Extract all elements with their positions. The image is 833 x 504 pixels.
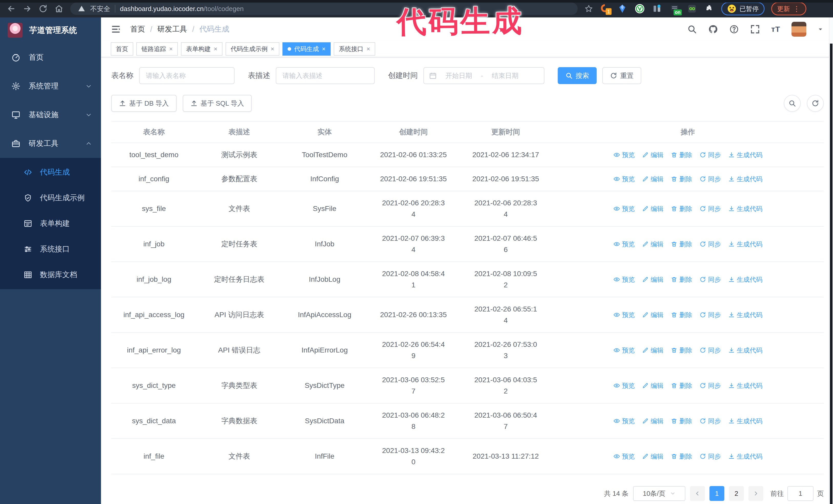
sql-import-button[interactable]: 基于 SQL 导入 (183, 95, 252, 112)
tab-0[interactable]: 首页 (111, 42, 133, 56)
action-sync-link[interactable]: 同步 (699, 238, 721, 250)
browser-update-button[interactable]: 更新 ⋮ (771, 2, 806, 16)
action-download-link[interactable]: 生成代码 (728, 415, 763, 427)
action-edit-link[interactable]: 编辑 (642, 415, 664, 427)
action-eye-link[interactable]: 预览 (613, 380, 635, 391)
hamburger-icon[interactable] (111, 24, 121, 34)
extension-sliders-icon[interactable] (652, 4, 662, 14)
goto-page-input[interactable] (787, 486, 813, 501)
action-download-link[interactable]: 生成代码 (728, 203, 763, 214)
page-button-1[interactable]: 1 (710, 486, 724, 501)
tab-5[interactable]: 系统接口× (334, 42, 375, 56)
sidebar-subitem-0[interactable]: 代码生成 (0, 160, 101, 185)
action-download-link[interactable]: 生成代码 (728, 344, 763, 356)
browser-back-icon[interactable] (7, 4, 16, 13)
sidebar-subitem-2[interactable]: 表单构建 (0, 211, 101, 236)
table-name-input[interactable] (139, 67, 235, 84)
page-size-select[interactable]: 10条/页 (633, 486, 685, 501)
extension-tampermonkey-icon[interactable] (687, 4, 697, 14)
action-download-link[interactable]: 生成代码 (728, 309, 763, 320)
extension-proxy-on-icon[interactable]: on (669, 4, 680, 14)
prev-page-button[interactable] (690, 486, 705, 501)
action-edit-link[interactable]: 编辑 (642, 203, 664, 214)
extension-orange-icon[interactable]: 1 (600, 4, 610, 14)
db-import-button[interactable]: 基于 DB 导入 (111, 95, 176, 112)
toggle-search-button[interactable] (784, 95, 801, 112)
search-button[interactable]: 搜索 (558, 67, 597, 84)
sidebar-item-1[interactable]: 系统管理 (0, 72, 101, 100)
action-sync-link[interactable]: 同步 (699, 309, 721, 320)
extension-gem-icon[interactable] (617, 4, 627, 14)
action-eye-link[interactable]: 预览 (613, 238, 635, 250)
action-delete-link[interactable]: 删除 (671, 274, 692, 285)
sidebar-subitem-1[interactable]: 代码生成示例 (0, 185, 101, 211)
action-sync-link[interactable]: 同步 (699, 344, 721, 356)
avatar-caret-down-icon[interactable] (818, 26, 823, 32)
action-edit-link[interactable]: 编辑 (642, 149, 664, 161)
tab-close-icon[interactable]: × (271, 46, 274, 52)
action-eye-link[interactable]: 预览 (613, 451, 635, 462)
bookmark-star-icon[interactable] (585, 4, 593, 13)
tab-close-icon[interactable]: × (322, 46, 326, 52)
action-eye-link[interactable]: 预览 (613, 415, 635, 427)
action-download-link[interactable]: 生成代码 (728, 238, 763, 250)
refresh-table-button[interactable] (807, 95, 824, 112)
table-desc-input[interactable] (276, 67, 375, 84)
tab-close-icon[interactable]: × (366, 46, 370, 52)
tab-close-icon[interactable]: × (214, 46, 217, 52)
action-edit-link[interactable]: 编辑 (642, 309, 664, 320)
tab-3[interactable]: 代码生成示例× (225, 42, 279, 56)
app-logo[interactable]: 芋道管理系统 (0, 18, 101, 43)
action-edit-link[interactable]: 编辑 (642, 173, 664, 185)
action-edit-link[interactable]: 编辑 (642, 274, 664, 285)
action-download-link[interactable]: 生成代码 (728, 149, 763, 161)
extensions-puzzle-icon[interactable] (704, 4, 715, 14)
action-sync-link[interactable]: 同步 (699, 203, 721, 214)
action-eye-link[interactable]: 预览 (613, 274, 635, 285)
action-download-link[interactable]: 生成代码 (728, 173, 763, 185)
action-delete-link[interactable]: 删除 (671, 451, 692, 462)
action-sync-link[interactable]: 同步 (699, 451, 721, 462)
page-button-2[interactable]: 2 (729, 486, 744, 501)
action-edit-link[interactable]: 编辑 (642, 451, 664, 462)
font-size-icon[interactable]: ᴛT (771, 25, 780, 33)
breadcrumb-home[interactable]: 首页 (130, 24, 145, 34)
github-icon[interactable] (708, 24, 718, 34)
update-menu-dots-icon[interactable]: ⋮ (793, 5, 801, 13)
action-edit-link[interactable]: 编辑 (642, 380, 664, 391)
action-eye-link[interactable]: 预览 (613, 309, 635, 320)
action-delete-link[interactable]: 删除 (671, 344, 692, 356)
action-sync-link[interactable]: 同步 (699, 274, 721, 285)
action-download-link[interactable]: 生成代码 (728, 274, 763, 285)
extension-v-green-icon[interactable] (635, 4, 645, 14)
action-download-link[interactable]: 生成代码 (728, 451, 763, 462)
tab-4[interactable]: 代码生成× (282, 42, 331, 56)
sidebar-subitem-4[interactable]: 数据库文档 (0, 262, 101, 288)
browser-forward-icon[interactable] (23, 4, 32, 13)
sidebar-item-0[interactable]: 首页 (0, 43, 101, 72)
action-delete-link[interactable]: 删除 (671, 173, 692, 185)
action-delete-link[interactable]: 删除 (671, 203, 692, 214)
action-delete-link[interactable]: 删除 (671, 380, 692, 391)
action-delete-link[interactable]: 删除 (671, 309, 692, 320)
page-scrollbar-thumb[interactable] (830, 44, 832, 504)
action-delete-link[interactable]: 删除 (671, 238, 692, 250)
tab-close-icon[interactable]: × (169, 46, 173, 52)
reset-button[interactable]: 重置 (602, 67, 641, 84)
sidebar-item-2[interactable]: 基础设施 (0, 100, 101, 129)
action-delete-link[interactable]: 删除 (671, 149, 692, 161)
date-range-picker[interactable]: - (423, 67, 544, 84)
sidebar-subitem-3[interactable]: 系统接口 (0, 236, 101, 262)
tab-1[interactable]: 链路追踪× (136, 42, 178, 56)
action-sync-link[interactable]: 同步 (699, 380, 721, 391)
next-page-button[interactable] (748, 486, 763, 501)
action-eye-link[interactable]: 预览 (613, 149, 635, 161)
action-eye-link[interactable]: 预览 (613, 344, 635, 356)
start-date-input[interactable] (441, 72, 477, 80)
browser-reload-icon[interactable] (39, 4, 48, 13)
action-sync-link[interactable]: 同步 (699, 173, 721, 185)
header-search-icon[interactable] (687, 24, 697, 34)
action-eye-link[interactable]: 预览 (613, 203, 635, 214)
extension-paused-badge[interactable]: 已暂停 (721, 2, 765, 16)
action-download-link[interactable]: 生成代码 (728, 380, 763, 391)
